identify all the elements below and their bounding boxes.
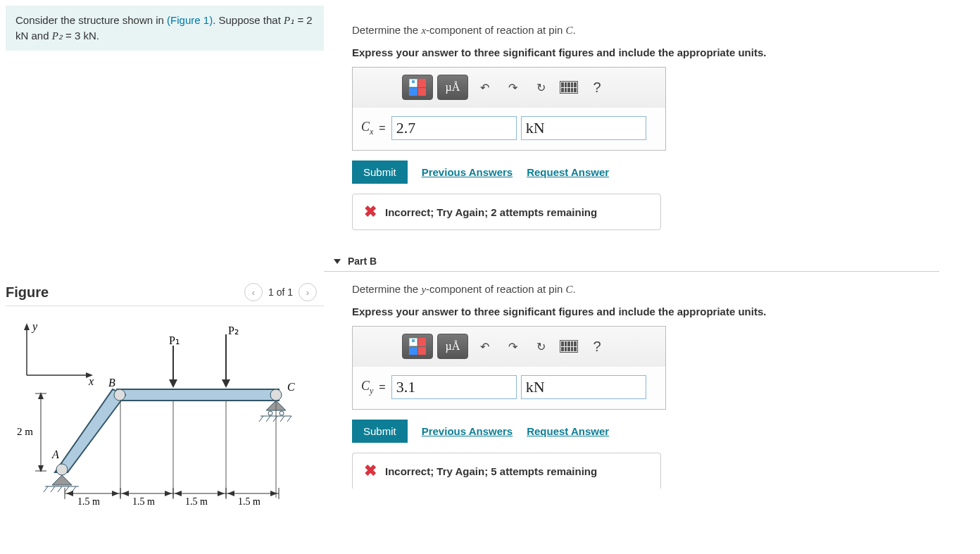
equals: = bbox=[377, 122, 387, 134]
partA-feedback-text: Incorrect; Try Again; 2 attempts remaini… bbox=[385, 206, 597, 218]
svg-text:C: C bbox=[287, 381, 295, 393]
keyboard-button[interactable] bbox=[557, 335, 581, 358]
svg-marker-53 bbox=[112, 491, 119, 496]
help-button[interactable]: ? bbox=[585, 335, 609, 358]
redo-button[interactable]: ↷ bbox=[501, 335, 524, 358]
svg-line-17 bbox=[51, 486, 55, 492]
svg-text:1.5 m: 1.5 m bbox=[132, 496, 155, 507]
svg-text:P₂: P₂ bbox=[228, 325, 239, 336]
svg-line-28 bbox=[280, 416, 284, 422]
units-button[interactable]: µÅ bbox=[437, 75, 468, 100]
svg-marker-56 bbox=[175, 491, 182, 496]
figure-next-button[interactable]: › bbox=[299, 283, 317, 301]
figure-title: Figure bbox=[6, 284, 49, 301]
svg-text:B: B bbox=[108, 377, 115, 389]
partA-unit-input[interactable] bbox=[521, 116, 646, 140]
figure-link[interactable]: (Figure 1) bbox=[167, 14, 213, 26]
partA-submit-button[interactable]: Submit bbox=[352, 160, 408, 184]
svg-marker-2 bbox=[24, 323, 30, 330]
incorrect-icon: ✖ bbox=[364, 462, 377, 480]
svg-line-26 bbox=[266, 416, 270, 422]
reset-button[interactable]: ↻ bbox=[529, 335, 553, 358]
partA-instruction: Express your answer to three significant… bbox=[324, 46, 957, 58]
partB-instruction: Express your answer to three significant… bbox=[324, 306, 957, 317]
svg-line-27 bbox=[273, 416, 277, 422]
partA-value-input[interactable] bbox=[391, 116, 517, 140]
svg-marker-58 bbox=[227, 491, 234, 496]
partB-header-label: Part B bbox=[348, 256, 377, 267]
svg-line-29 bbox=[287, 416, 291, 422]
svg-point-9 bbox=[270, 389, 282, 401]
figure-counter: 1 of 1 bbox=[268, 287, 293, 298]
var-P1: P₁ bbox=[284, 15, 294, 26]
templates-button[interactable] bbox=[402, 334, 433, 359]
svg-marker-31 bbox=[169, 379, 177, 388]
partB-unit-input[interactable] bbox=[521, 375, 646, 399]
prompt-text: = 3 kN. bbox=[63, 30, 99, 42]
equals: = bbox=[377, 381, 387, 394]
templates-button[interactable] bbox=[402, 75, 433, 100]
undo-button[interactable]: ↶ bbox=[472, 335, 496, 358]
figure-nav: ‹ 1 of 1 › bbox=[244, 283, 324, 301]
svg-point-10 bbox=[56, 464, 68, 475]
partB-feedback: ✖ Incorrect; Try Again; 5 attempts remai… bbox=[352, 453, 661, 489]
figure-prev-button[interactable]: ‹ bbox=[244, 283, 263, 301]
var-P2: P₂ bbox=[52, 30, 63, 42]
partA-prompt: Determine the x-component of reaction at… bbox=[324, 24, 957, 37]
svg-point-8 bbox=[114, 389, 125, 401]
svg-text:y: y bbox=[31, 320, 38, 333]
incorrect-icon: ✖ bbox=[364, 203, 377, 221]
prompt-text: Consider the structure shown in bbox=[15, 14, 167, 26]
partB-request-answer-link[interactable]: Request Answer bbox=[527, 425, 609, 437]
figure-diagram: y x B C A bbox=[6, 319, 324, 532]
svg-text:A: A bbox=[51, 448, 59, 460]
partB-header[interactable]: Part B bbox=[324, 251, 939, 272]
undo-button[interactable]: ↶ bbox=[472, 76, 496, 99]
partB-var-label: Cy bbox=[361, 379, 373, 396]
partA-request-answer-link[interactable]: Request Answer bbox=[527, 166, 609, 178]
svg-marker-7 bbox=[55, 389, 125, 472]
svg-point-23 bbox=[279, 411, 284, 415]
svg-marker-54 bbox=[122, 491, 129, 496]
svg-marker-34 bbox=[222, 379, 230, 388]
svg-marker-55 bbox=[165, 491, 172, 496]
svg-point-22 bbox=[268, 411, 272, 415]
partB-submit-button[interactable]: Submit bbox=[352, 420, 408, 443]
svg-marker-57 bbox=[218, 491, 225, 496]
prompt-text: . Suppose that bbox=[213, 14, 284, 26]
partB-value-input[interactable] bbox=[391, 375, 517, 399]
partB-prompt: Determine the y-component of reaction at… bbox=[324, 283, 957, 296]
partA-answer-panel: µÅ ↶ ↷ ↻ ? Cx = bbox=[352, 67, 666, 151]
svg-line-16 bbox=[44, 486, 48, 492]
svg-line-25 bbox=[259, 416, 263, 422]
help-button[interactable]: ? bbox=[585, 76, 609, 99]
units-button[interactable]: µÅ bbox=[437, 334, 468, 359]
partA-var-label: Cx bbox=[361, 120, 373, 137]
partB-answer-panel: µÅ ↶ ↷ ↻ ? Cy = bbox=[352, 326, 666, 410]
partA-feedback: ✖ Incorrect; Try Again; 2 attempts remai… bbox=[352, 194, 661, 230]
svg-line-19 bbox=[65, 486, 69, 492]
reset-button[interactable]: ↻ bbox=[529, 76, 553, 99]
svg-text:P₁: P₁ bbox=[169, 334, 180, 346]
partB-prev-answers-link[interactable]: Previous Answers bbox=[422, 425, 513, 437]
partA-prev-answers-link[interactable]: Previous Answers bbox=[422, 166, 513, 178]
svg-text:2 m: 2 m bbox=[17, 426, 33, 437]
svg-text:x: x bbox=[88, 375, 94, 387]
svg-line-18 bbox=[58, 486, 62, 492]
svg-text:1.5 m: 1.5 m bbox=[77, 496, 100, 507]
problem-prompt: Consider the structure shown in (Figure … bbox=[6, 6, 324, 51]
svg-text:1.5 m: 1.5 m bbox=[185, 496, 208, 507]
redo-button[interactable]: ↷ bbox=[501, 76, 524, 99]
partB-feedback-text: Incorrect; Try Again; 5 attempts remaini… bbox=[385, 465, 597, 477]
svg-text:1.5 m: 1.5 m bbox=[238, 496, 260, 507]
caret-down-icon bbox=[334, 259, 341, 264]
keyboard-button[interactable] bbox=[557, 76, 581, 99]
svg-marker-14 bbox=[52, 475, 72, 485]
svg-marker-6 bbox=[117, 389, 279, 401]
svg-marker-52 bbox=[66, 491, 73, 496]
